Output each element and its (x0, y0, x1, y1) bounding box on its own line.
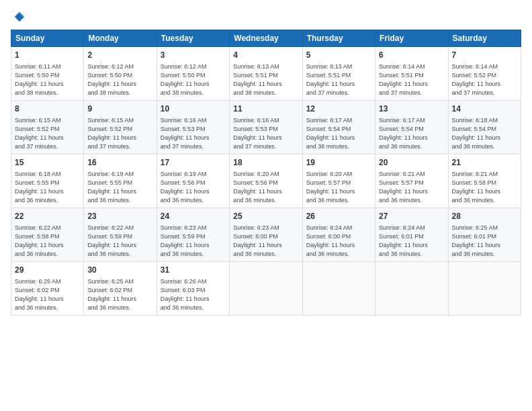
calendar-cell: 21Sunrise: 6:21 AM Sunset: 5:58 PM Dayli… (448, 154, 521, 208)
day-info: Sunrise: 6:16 AM Sunset: 5:53 PM Dayligh… (233, 116, 298, 151)
day-info: Sunrise: 6:26 AM Sunset: 6:03 PM Dayligh… (161, 277, 226, 312)
day-info: Sunrise: 6:17 AM Sunset: 5:54 PM Dayligh… (379, 116, 444, 151)
day-info: Sunrise: 6:19 AM Sunset: 5:55 PM Dayligh… (87, 170, 152, 205)
calendar-cell: 3Sunrise: 6:12 AM Sunset: 5:50 PM Daylig… (157, 47, 229, 101)
calendar-cell: 4Sunrise: 6:13 AM Sunset: 5:51 PM Daylig… (230, 47, 302, 101)
calendar-week-2: 8Sunrise: 6:15 AM Sunset: 5:52 PM Daylig… (11, 100, 521, 154)
day-info: Sunrise: 6:25 AM Sunset: 6:02 PM Dayligh… (15, 277, 80, 312)
calendar-cell: 10Sunrise: 6:16 AM Sunset: 5:53 PM Dayli… (157, 100, 229, 154)
calendar-cell: 19Sunrise: 6:20 AM Sunset: 5:57 PM Dayli… (302, 154, 375, 208)
calendar-cell: 7Sunrise: 6:14 AM Sunset: 5:52 PM Daylig… (448, 47, 521, 101)
day-number: 16 (87, 157, 152, 169)
day-info: Sunrise: 6:22 AM Sunset: 5:58 PM Dayligh… (15, 224, 80, 259)
header (11, 11, 521, 23)
calendar-cell (230, 261, 302, 315)
calendar-cell: 5Sunrise: 6:13 AM Sunset: 5:51 PM Daylig… (302, 47, 375, 101)
day-info: Sunrise: 6:14 AM Sunset: 5:51 PM Dayligh… (379, 62, 444, 97)
calendar-cell: 13Sunrise: 6:17 AM Sunset: 5:54 PM Dayli… (375, 100, 448, 154)
day-number: 1 (15, 50, 80, 61)
day-number: 29 (15, 265, 80, 276)
day-number: 27 (379, 211, 444, 222)
page: SundayMondayTuesdayWednesdayThursdayFrid… (0, 0, 532, 411)
day-info: Sunrise: 6:12 AM Sunset: 5:50 PM Dayligh… (161, 62, 226, 97)
calendar-table: SundayMondayTuesdayWednesdayThursdayFrid… (11, 30, 521, 316)
day-info: Sunrise: 6:24 AM Sunset: 6:00 PM Dayligh… (306, 224, 371, 259)
day-number: 28 (452, 211, 517, 222)
day-info: Sunrise: 6:11 AM Sunset: 5:50 PM Dayligh… (15, 62, 80, 97)
day-info: Sunrise: 6:12 AM Sunset: 5:50 PM Dayligh… (87, 62, 152, 97)
day-info: Sunrise: 6:13 AM Sunset: 5:51 PM Dayligh… (306, 62, 371, 97)
day-number: 6 (379, 50, 444, 61)
day-info: Sunrise: 6:17 AM Sunset: 5:54 PM Dayligh… (306, 116, 371, 151)
calendar-week-4: 22Sunrise: 6:22 AM Sunset: 5:58 PM Dayli… (11, 208, 521, 261)
day-number: 15 (15, 157, 80, 169)
calendar-week-1: 1Sunrise: 6:11 AM Sunset: 5:50 PM Daylig… (11, 47, 521, 101)
logo-icon (13, 11, 26, 23)
day-number: 13 (379, 103, 444, 115)
day-number: 5 (306, 50, 371, 61)
calendar-header-tuesday: Tuesday (157, 30, 229, 47)
calendar-header-saturday: Saturday (448, 30, 521, 47)
day-number: 4 (233, 50, 298, 61)
day-number: 22 (15, 211, 80, 222)
day-info: Sunrise: 6:22 AM Sunset: 5:59 PM Dayligh… (87, 224, 152, 259)
day-info: Sunrise: 6:23 AM Sunset: 6:00 PM Dayligh… (233, 224, 298, 259)
day-info: Sunrise: 6:25 AM Sunset: 6:02 PM Dayligh… (87, 277, 152, 312)
logo (11, 11, 26, 23)
calendar-week-5: 29Sunrise: 6:25 AM Sunset: 6:02 PM Dayli… (11, 261, 521, 315)
day-info: Sunrise: 6:14 AM Sunset: 5:52 PM Dayligh… (452, 62, 517, 97)
day-number: 9 (87, 103, 152, 115)
calendar-cell (302, 261, 375, 315)
day-number: 20 (379, 157, 444, 169)
day-number: 2 (87, 50, 152, 61)
calendar-cell: 15Sunrise: 6:18 AM Sunset: 5:55 PM Dayli… (11, 154, 84, 208)
calendar-body: 1Sunrise: 6:11 AM Sunset: 5:50 PM Daylig… (11, 47, 521, 316)
calendar-header-monday: Monday (84, 30, 157, 47)
calendar-cell: 17Sunrise: 6:19 AM Sunset: 5:56 PM Dayli… (157, 154, 229, 208)
calendar-cell: 11Sunrise: 6:16 AM Sunset: 5:53 PM Dayli… (230, 100, 302, 154)
day-number: 17 (161, 157, 226, 169)
day-info: Sunrise: 6:13 AM Sunset: 5:51 PM Dayligh… (233, 62, 298, 97)
calendar-cell: 14Sunrise: 6:18 AM Sunset: 5:54 PM Dayli… (448, 100, 521, 154)
day-number: 18 (233, 157, 298, 169)
calendar-header-sunday: Sunday (11, 30, 84, 47)
day-info: Sunrise: 6:16 AM Sunset: 5:53 PM Dayligh… (161, 116, 226, 151)
day-info: Sunrise: 6:20 AM Sunset: 5:57 PM Dayligh… (306, 170, 371, 205)
day-info: Sunrise: 6:15 AM Sunset: 5:52 PM Dayligh… (15, 116, 80, 151)
calendar-cell: 24Sunrise: 6:23 AM Sunset: 5:59 PM Dayli… (157, 208, 229, 261)
day-number: 8 (15, 103, 80, 115)
calendar-header-friday: Friday (375, 30, 448, 47)
calendar-cell: 9Sunrise: 6:15 AM Sunset: 5:52 PM Daylig… (84, 100, 157, 154)
calendar-cell: 2Sunrise: 6:12 AM Sunset: 5:50 PM Daylig… (84, 47, 157, 101)
calendar-week-3: 15Sunrise: 6:18 AM Sunset: 5:55 PM Dayli… (11, 154, 521, 208)
day-info: Sunrise: 6:21 AM Sunset: 5:58 PM Dayligh… (452, 170, 517, 205)
day-number: 26 (306, 211, 371, 222)
day-number: 23 (87, 211, 152, 222)
day-info: Sunrise: 6:25 AM Sunset: 6:01 PM Dayligh… (452, 224, 517, 259)
day-info: Sunrise: 6:23 AM Sunset: 5:59 PM Dayligh… (161, 224, 226, 259)
day-number: 24 (161, 211, 226, 222)
calendar-cell: 6Sunrise: 6:14 AM Sunset: 5:51 PM Daylig… (375, 47, 448, 101)
day-info: Sunrise: 6:21 AM Sunset: 5:57 PM Dayligh… (379, 170, 444, 205)
calendar-cell: 30Sunrise: 6:25 AM Sunset: 6:02 PM Dayli… (84, 261, 157, 315)
day-info: Sunrise: 6:18 AM Sunset: 5:54 PM Dayligh… (452, 116, 517, 151)
calendar-cell: 31Sunrise: 6:26 AM Sunset: 6:03 PM Dayli… (157, 261, 229, 315)
day-number: 14 (452, 103, 517, 115)
calendar-cell (375, 261, 448, 315)
calendar-cell: 16Sunrise: 6:19 AM Sunset: 5:55 PM Dayli… (84, 154, 157, 208)
day-number: 19 (306, 157, 371, 169)
calendar-cell (448, 261, 521, 315)
calendar-cell: 22Sunrise: 6:22 AM Sunset: 5:58 PM Dayli… (11, 208, 84, 261)
calendar-header-row: SundayMondayTuesdayWednesdayThursdayFrid… (11, 30, 521, 47)
calendar-header-wednesday: Wednesday (230, 30, 302, 47)
day-number: 25 (233, 211, 298, 222)
day-info: Sunrise: 6:18 AM Sunset: 5:55 PM Dayligh… (15, 170, 80, 205)
day-number: 12 (306, 103, 371, 115)
calendar-cell: 8Sunrise: 6:15 AM Sunset: 5:52 PM Daylig… (11, 100, 84, 154)
calendar-header-thursday: Thursday (302, 30, 375, 47)
calendar-cell: 25Sunrise: 6:23 AM Sunset: 6:00 PM Dayli… (230, 208, 302, 261)
day-info: Sunrise: 6:24 AM Sunset: 6:01 PM Dayligh… (379, 224, 444, 259)
day-info: Sunrise: 6:15 AM Sunset: 5:52 PM Dayligh… (87, 116, 152, 151)
calendar-cell: 18Sunrise: 6:20 AM Sunset: 5:56 PM Dayli… (230, 154, 302, 208)
calendar-cell: 28Sunrise: 6:25 AM Sunset: 6:01 PM Dayli… (448, 208, 521, 261)
